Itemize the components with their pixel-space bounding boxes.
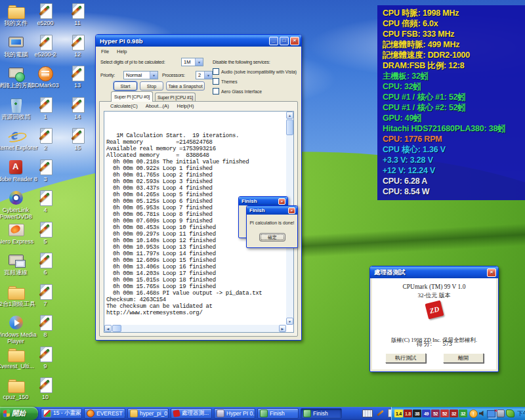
vertical-scroll-thumb[interactable]: [286, 119, 293, 135]
checkbox-icon[interactable]: [213, 88, 219, 94]
desktop-icon-label: 5: [22, 239, 68, 245]
desktop-icon[interactable]: 2: [30, 127, 60, 156]
desktop-icon[interactable]: CyberLink PowerDVD8: [1, 190, 31, 219]
checkbox-aero[interactable]: Aero Glass Interface: [213, 88, 262, 94]
scroll-left-icon[interactable]: ◀: [104, 325, 112, 332]
finish-back-titlebar[interactable]: Finish ×: [239, 197, 287, 205]
chevron-down-icon[interactable]: ▼: [195, 58, 203, 66]
sensor-badge[interactable]: 49: [422, 410, 430, 417]
desktop-icon[interactable]: Windows Media Player: [1, 314, 31, 343]
desktop-icon[interactable]: 5: [30, 221, 60, 250]
desktop-icon[interactable]: 6: [30, 252, 60, 281]
device-icon[interactable]: [497, 410, 505, 417]
tab-cpu1[interactable]: Super PI [CPU #1]: [155, 93, 196, 102]
osd-line: DRAM:FSB 比例: 12:8: [383, 60, 525, 71]
desktop-icon[interactable]: Internet Explorer: [1, 127, 31, 156]
taskbar-button[interactable]: 15 - 小畫家: [41, 408, 82, 419]
priority-select[interactable]: Normal ▼: [123, 71, 158, 79]
desktop-icon[interactable]: e5200: [30, 3, 60, 32]
desktop-icon[interactable]: 10: [30, 377, 60, 406]
desktop-icon[interactable]: 8: [30, 314, 60, 343]
start-button[interactable]: Start: [114, 81, 137, 91]
desktop-icon[interactable]: 14: [62, 96, 93, 125]
checkbox-audio[interactable]: Audio (solve incompatibility with Vista): [213, 68, 297, 75]
digits-select[interactable]: 1M ▼: [181, 58, 203, 66]
menu-help[interactable]: Help: [117, 49, 127, 54]
desktop-icon[interactable]: 寬頻連線: [1, 252, 31, 281]
desktop-icon[interactable]: 12: [62, 34, 93, 63]
desktop-icon[interactable]: 我的電腦: [1, 34, 31, 63]
minimize-button[interactable]: _: [269, 37, 278, 45]
everest-tray-icon[interactable]: [506, 410, 514, 417]
maximize-button[interactable]: □: [280, 37, 289, 45]
checkbox-icon[interactable]: [213, 78, 219, 85]
desktop-icon[interactable]: 13: [62, 65, 93, 94]
hyperpi-titlebar[interactable]: Hyper PI 0.98b _ □ ×: [96, 35, 301, 47]
desktop-icon[interactable]: 資源回收筒: [1, 96, 31, 125]
taskbar-button[interactable]: EVEREST ...: [84, 408, 125, 419]
tab-cpu0[interactable]: Super PI [CPU #0]: [111, 91, 153, 102]
desktop-icon[interactable]: 3: [30, 159, 60, 188]
taskbar-button[interactable]: Hyper PI 0...: [214, 408, 255, 419]
desktop-icon[interactable]: 1: [30, 96, 60, 125]
run-test-button[interactable]: 執行測試: [385, 353, 426, 363]
volume-icon[interactable]: [479, 410, 486, 417]
sensor-badge[interactable]: 1.8: [404, 410, 412, 417]
desktop-icon[interactable]: 我的文件: [1, 3, 31, 32]
desktop-icon[interactable]: 網路上的芳鄰: [1, 65, 31, 94]
taskbar-button[interactable]: hyper_pi_0...: [127, 408, 169, 419]
horizontal-scroll-thumb[interactable]: [112, 325, 121, 332]
desktop-icon[interactable]: 9: [30, 346, 60, 375]
desktop-icon[interactable]: Nero Express: [1, 221, 31, 250]
desktop-icon[interactable]: 7: [30, 284, 60, 312]
processors-select[interactable]: 2 ▼: [196, 71, 213, 79]
desktop-icon[interactable]: 15: [62, 127, 93, 156]
sensor-badge[interactable]: 32: [459, 410, 467, 417]
scroll-up-icon[interactable]: ▲: [286, 112, 293, 119]
menu-help-inner[interactable]: Help(H): [177, 103, 194, 109]
osd-line: +12 V: 12.24 V: [383, 165, 525, 176]
scroll-right-icon[interactable]: ▶: [279, 325, 286, 332]
desktop-icon[interactable]: cpuz_150: [1, 377, 31, 406]
sensor-badge[interactable]: 52: [440, 410, 449, 417]
checkbox-themes[interactable]: Themes: [213, 78, 238, 85]
close-icon[interactable]: ×: [288, 207, 295, 214]
menu-about[interactable]: About...(A): [146, 103, 169, 109]
taskbar-button[interactable]: 處理器測...: [171, 408, 212, 419]
menu-calculate[interactable]: Calculate(C): [110, 103, 138, 109]
close-button[interactable]: ×: [487, 268, 496, 277]
network-icon[interactable]: [487, 410, 495, 417]
checkbox-icon[interactable]: [213, 68, 219, 75]
close-icon[interactable]: ×: [278, 198, 285, 205]
desktop-icon[interactable]: 4: [30, 190, 60, 219]
sensor-badge[interactable]: 1.4: [394, 410, 403, 417]
sensor-badge[interactable]: 38: [413, 410, 421, 417]
cpumark-titlebar[interactable]: 處理器測試 ×: [370, 266, 498, 278]
menu-file[interactable]: File: [101, 49, 109, 54]
take-snapshot-button[interactable]: Take a Snapshot: [166, 81, 205, 91]
sensor-badge[interactable]: 52: [431, 410, 440, 417]
desktop-icon[interactable]: Adobe Reader 8: [1, 159, 31, 188]
taskbar-button[interactable]: Finish: [257, 408, 299, 419]
keyboard-icon[interactable]: [362, 410, 373, 417]
chevron-down-icon[interactable]: ▼: [204, 72, 212, 79]
taskbar-button[interactable]: Finish: [301, 408, 342, 419]
chevron-down-icon[interactable]: ▼: [150, 72, 158, 79]
ok-button[interactable]: 確定: [259, 233, 285, 242]
desktop-icon[interactable]: 22合1測燒工具: [1, 284, 31, 312]
start-button-taskbar[interactable]: 開始: [0, 407, 38, 420]
desktop-icon[interactable]: 11: [62, 3, 93, 32]
exit-button[interactable]: 離開: [443, 353, 484, 363]
close-button[interactable]: ×: [290, 37, 299, 45]
warning-icon[interactable]: !: [469, 410, 478, 418]
desktop-icon[interactable]: e5200-2: [30, 34, 60, 63]
desktop-icon[interactable]: 3DMark03: [30, 65, 60, 94]
finish-titlebar[interactable]: Finish ×: [247, 206, 297, 215]
stop-button[interactable]: Stop: [140, 81, 163, 91]
scroll-down-icon[interactable]: ▼: [286, 318, 293, 325]
taskbar-clock[interactable]: 下午 06:48: [517, 410, 525, 418]
desktop-icon[interactable]: Everest_Ulti...: [1, 346, 31, 375]
horizontal-scrollbar[interactable]: ◀ ▶: [104, 325, 286, 332]
sensor-badge[interactable]: 32: [450, 410, 458, 417]
pen-icon[interactable]: [377, 410, 383, 416]
